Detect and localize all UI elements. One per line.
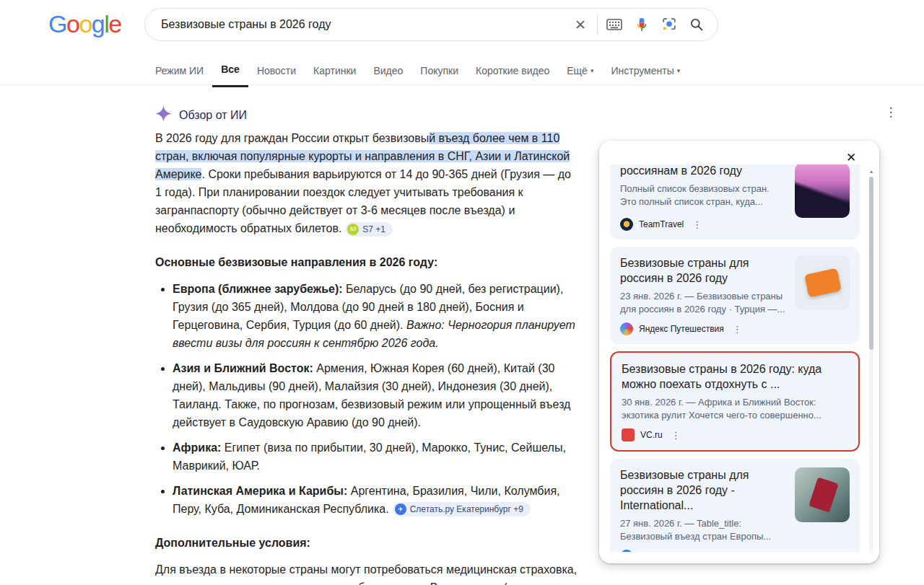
conditions-paragraph: Для въезда в некоторые страны могут потр… [155,560,580,585]
chevron-down-icon: ▾ [590,67,594,74]
search-input[interactable] [161,18,567,31]
vcru-favicon [622,428,635,441]
result-title[interactable]: Безвизовые страны в 2026 году: куда можн… [622,361,848,392]
result-snippet: 30 янв. 2026 г. — Африка и Ближний Восто… [622,396,848,422]
keyboard-icon[interactable] [601,10,628,39]
chevron-down-icon: ▾ [677,67,681,74]
google-lens-icon[interactable] [655,10,683,39]
results-tabs: Режим ИИ Все Новости Картинки Видео Поку… [147,61,689,87]
ai-overview-intro: В 2026 году для граждан России открыт бе… [155,129,580,237]
international-business-favicon [620,550,633,552]
result-title[interactable]: Безвизовые страны для россиян в 2026 год… [620,255,786,286]
divider [597,15,598,34]
citation-chip-s7[interactable]: S7S7 +1 [345,222,393,237]
list-item-africa: Африка: Египет (виза по прибытии, 30 дне… [173,439,580,475]
result-snippet: 27 янв. 2026 г. — Table_title: Безвизовы… [620,517,786,543]
source-card-vcru-highlighted[interactable]: Безвизовые страны в 2026 году: куда можн… [610,351,860,452]
list-item-latam: Латинская Америка и Карибы: Аргентина, Б… [173,482,580,518]
voice-search-mic-icon[interactable] [628,10,655,39]
tab-shopping[interactable]: Покупки [411,61,467,87]
google-logo[interactable]: Google [48,10,121,38]
sources-list: россиянам в 2026 году Полный список безв… [610,164,860,552]
tab-images[interactable]: Картинки [305,61,365,87]
section-heading-conditions: Дополнительные условия: [155,534,580,552]
yandex-travel-favicon [620,322,633,335]
panel-scrollbar[interactable]: ▲ [867,168,876,553]
search-bar[interactable]: ✕ [144,8,718,41]
result-snippet: Полный список безвизовых стран. Это полн… [620,182,786,208]
teamtravel-favicon [620,218,633,231]
source-card-teamtravel[interactable]: россиянам в 2026 году Полный список безв… [610,164,860,239]
source-name[interactable]: Яндекс Путешествия [639,324,724,334]
citation-chip-sletat[interactable]: ✈Слетать.ру Екатеринбург +9 [393,502,531,516]
source-card-yandex-travel[interactable]: Безвизовые страны для россиян в 2026 год… [610,247,860,344]
source-name[interactable]: international.business [639,551,723,552]
result-thumbnail[interactable] [795,467,850,522]
ai-sparkle-icon [155,105,172,125]
kebab-menu-icon[interactable]: ⋮ [733,324,742,335]
result-title[interactable]: россиянам в 2026 году [620,164,786,178]
result-title[interactable]: Безвизовые страны для россиян в 2026 год… [620,467,786,513]
result-thumbnail[interactable] [795,255,850,310]
s7-logo-icon: S7 [347,224,359,235]
kebab-menu-icon[interactable]: ⋮ [671,430,681,441]
result-thumbnail[interactable] [795,164,850,218]
ai-overview-title: Обзор от ИИ [179,109,247,122]
destinations-list: Европа (ближнее зарубежье): Беларусь (до… [155,280,580,518]
tab-ai-mode[interactable]: Режим ИИ [147,61,212,87]
scroll-up-icon[interactable]: ▲ [867,168,876,175]
tab-news[interactable]: Новости [248,61,305,87]
kebab-menu-icon[interactable]: ⋮ [731,551,741,553]
list-item-europe: Европа (ближнее зарубежье): Беларусь (до… [173,280,580,352]
overflow-menu-icon[interactable]: ⋮ [882,105,899,120]
source-card-international-business[interactable]: Безвизовые страны для россиян в 2026 год… [610,459,860,552]
sletat-logo-icon: ✈ [395,503,406,515]
tab-videos[interactable]: Видео [365,61,411,87]
source-name[interactable]: TeamTravel [639,219,684,229]
kebab-menu-icon[interactable]: ⋮ [692,219,702,230]
close-icon[interactable]: ✕ [842,148,860,167]
ai-overview-body: В 2026 году для граждан России открыт бе… [155,129,580,585]
tab-more[interactable]: Ещё▾ [558,61,602,87]
sources-panel: ✕ россиянам в 2026 году Полный список бе… [599,141,879,563]
ai-overview-header: Обзор от ИИ [155,105,247,125]
clear-search-icon[interactable]: ✕ [567,10,594,39]
source-name[interactable]: VC.ru [640,430,663,440]
tab-all[interactable]: Все [212,61,248,87]
result-snippet: 23 янв. 2026 г. — Безвизовые страны для … [620,290,786,316]
search-icon[interactable] [683,10,710,39]
scrollbar-thumb[interactable] [869,177,873,350]
tab-tools[interactable]: Инструменты▾ [602,61,689,87]
section-heading-destinations: Основные безвизовые направления в 2026 г… [155,253,580,271]
divider [0,84,924,85]
tab-short-videos[interactable]: Короткие видео [467,61,558,87]
list-item-asia: Азия и Ближний Восток: Армения, Южная Ко… [173,359,580,431]
